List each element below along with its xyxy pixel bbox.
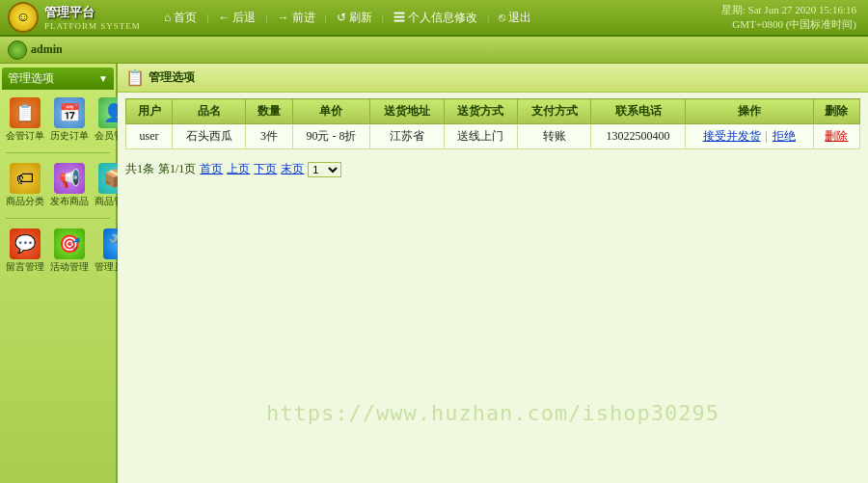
cell-address: 江苏省 [370, 124, 444, 149]
publish-label: 发布商品 [50, 195, 89, 208]
date-text: 星期: Sat Jun 27 2020 15:16:16 [721, 3, 856, 17]
sidebar-tab-label: 管理选项 [8, 70, 54, 87]
main-layout: 管理选项 ▼ 📋 会管订单 📅 历史订单 👤 会员管理 🏷 商品分类 [0, 64, 868, 483]
sidebar-tab[interactable]: 管理选项 ▼ [2, 67, 114, 90]
admin-avatar [8, 40, 27, 60]
top-bar: ☺ 管理平台 PLATFORM SYSTEM ⌂ 首页 | ← 后退 | → 前… [0, 0, 868, 37]
content-header: 📋 管理选项 [118, 64, 868, 93]
first-page-link[interactable]: 首页 [200, 161, 223, 177]
activity-label: 活动管理 [50, 260, 89, 274]
nav-logout[interactable]: ⎋ 退出 [493, 8, 537, 28]
nav-forward[interactable]: → 前进 [272, 8, 321, 28]
col-action: 操作 [685, 99, 813, 124]
orders-table: 用户 品名 数量 单价 送货地址 送货方式 支付方式 联系电话 操作 删除 us [125, 98, 860, 149]
publish-icon: 📢 [54, 163, 85, 194]
col-payment: 支付方式 [518, 99, 591, 124]
message-label: 留言管理 [6, 260, 44, 274]
last-page-link[interactable]: 末页 [281, 161, 304, 177]
table-container: 用户 品名 数量 单价 送货地址 送货方式 支付方式 联系电话 操作 删除 us [118, 93, 868, 155]
sidebar: 管理选项 ▼ 📋 会管订单 📅 历史订单 👤 会员管理 🏷 商品分类 [0, 64, 118, 483]
cell-delete: 删除 [813, 124, 859, 149]
category-label: 商品分类 [6, 195, 44, 208]
cell-price: 90元 - 8折 [292, 124, 370, 149]
watermark: https://www.huzhan.com/ishop30295 [266, 401, 719, 425]
pagination: 共1条 第1/1页 首页 上页 下页 末页 1 [118, 155, 868, 183]
cell-delivery: 送线上门 [444, 124, 517, 149]
page-info: 第1/1页 [158, 161, 196, 177]
col-quantity: 数量 [246, 99, 292, 124]
logo-area: ☺ 管理平台 PLATFORM SYSTEM [8, 2, 143, 33]
cell-action: 接受并发货 | 拒绝 [685, 124, 813, 149]
total-count: 共1条 [125, 161, 154, 177]
message-icon: 💬 [10, 228, 41, 259]
cell-user: user [126, 124, 173, 149]
admin-bar: admin [0, 37, 868, 64]
sidebar-item-publish[interactable]: 📢 发布商品 [48, 161, 91, 210]
content-area: 📋 管理选项 用户 品名 数量 单价 送货地址 送货方式 支付方式 联系电话 操… [118, 64, 868, 483]
sidebar-section-2: 🏷 商品分类 📢 发布商品 📦 商品管理 [2, 157, 114, 214]
next-page-link[interactable]: 下页 [254, 161, 277, 177]
nav-refresh[interactable]: ↺ 刷新 [331, 8, 378, 28]
order-label: 会管订单 [6, 129, 44, 143]
history-icon: 📅 [54, 97, 85, 128]
nav-back[interactable]: ← 后退 [212, 8, 261, 28]
logo-title: 管理平台 [44, 4, 141, 21]
nav-profile[interactable]: ☰ 个人信息修改 [388, 8, 483, 28]
sidebar-section-3: 💬 留言管理 🎯 活动管理 🔧 管理员信息 [2, 223, 114, 280]
accept-ship-link[interactable]: 接受并发货 [703, 129, 761, 143]
category-icon: 🏷 [10, 163, 41, 194]
top-nav: ⌂ 首页 | ← 后退 | → 前进 | ↺ 刷新 | ☰ 个人信息修改 | ⎋… [143, 8, 721, 28]
col-user: 用户 [126, 99, 173, 124]
sidebar-item-category[interactable]: 🏷 商品分类 [4, 161, 46, 210]
sidebar-tab-arrow: ▼ [98, 73, 108, 84]
sidebar-divider-1 [6, 152, 110, 153]
col-price: 单价 [292, 99, 370, 124]
content-header-title: 管理选项 [149, 69, 195, 86]
page-select[interactable]: 1 [308, 162, 341, 177]
order-icon: 📋 [10, 97, 41, 128]
logo-text: 管理平台 PLATFORM SYSTEM [44, 4, 141, 31]
sidebar-item-order[interactable]: 📋 会管订单 [4, 95, 46, 145]
logo-sub: PLATFORM SYSTEM [44, 21, 141, 31]
logo-icon: ☺ [8, 2, 39, 33]
history-label: 历史订单 [50, 129, 89, 143]
cell-quantity: 3件 [246, 124, 292, 149]
admin-username: admin [31, 42, 63, 57]
nav-home[interactable]: ⌂ 首页 [158, 8, 203, 28]
sidebar-divider-2 [6, 218, 110, 219]
activity-icon: 🎯 [54, 228, 85, 259]
sidebar-item-message[interactable]: 💬 留言管理 [4, 227, 46, 276]
cell-payment: 转账 [518, 124, 591, 149]
col-product: 品名 [173, 99, 246, 124]
prev-page-link[interactable]: 上页 [227, 161, 250, 177]
delete-link[interactable]: 删除 [825, 129, 848, 143]
col-phone: 联系电话 [591, 99, 685, 124]
sidebar-section-1: 📋 会管订单 📅 历史订单 👤 会员管理 [2, 92, 114, 148]
col-delivery: 送货方式 [444, 99, 517, 124]
col-delete: 删除 [813, 99, 859, 124]
sidebar-item-history[interactable]: 📅 历史订单 [48, 95, 91, 145]
timezone-text: GMT+0800 (中国标准时间) [721, 17, 856, 32]
cell-product: 石头西瓜 [173, 124, 246, 149]
content-header-icon: 📋 [125, 68, 145, 87]
sidebar-item-activity[interactable]: 🎯 活动管理 [48, 227, 91, 276]
datetime-display: 星期: Sat Jun 27 2020 15:16:16 GMT+0800 (中… [721, 3, 860, 32]
table-row: user 石头西瓜 3件 90元 - 8折 江苏省 送线上门 转账 130225… [126, 124, 860, 149]
cell-phone: 13022500400 [591, 124, 685, 149]
reject-link[interactable]: 拒绝 [773, 129, 796, 143]
col-address: 送货地址 [370, 99, 444, 124]
